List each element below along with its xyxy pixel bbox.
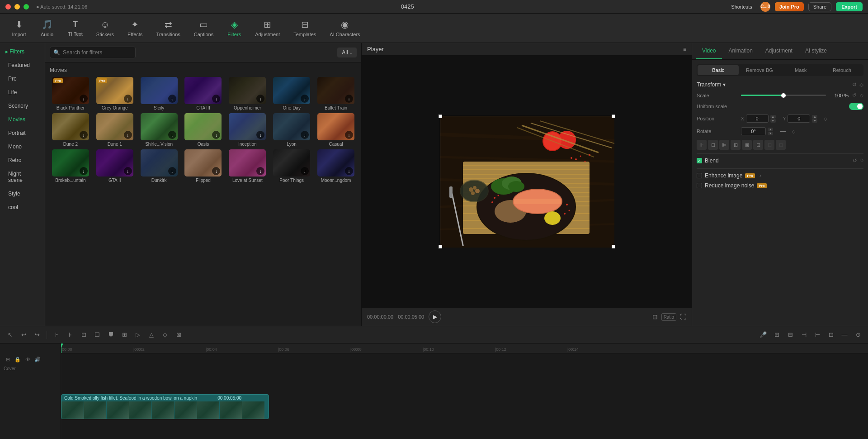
filter-item-dune-2[interactable]: ↓Dune 2 [50, 113, 91, 147]
filter-item-dunkirk[interactable]: ↓Dunkirk [138, 149, 180, 183]
track-lock-icon[interactable]: 🔒 [14, 355, 22, 363]
enhance-chevron[interactable]: › [760, 172, 761, 179]
tool-import[interactable]: ⬇ Import [5, 16, 33, 40]
track-eye-icon[interactable]: 👁 [24, 355, 32, 363]
download-icon[interactable]: ↓ [256, 131, 264, 139]
shape-btn[interactable]: ◇ [160, 329, 170, 340]
sidebar-item-night[interactable]: Night scene [2, 167, 43, 186]
tool-effects[interactable]: ✦ Effects [121, 16, 149, 40]
trim-btn[interactable]: ⊧ [65, 329, 75, 340]
tab-video[interactable]: Video [696, 43, 722, 59]
playhead[interactable] [61, 344, 61, 353]
y-spin-up[interactable]: ▲ [812, 115, 817, 119]
enhance-checkbox[interactable] [697, 173, 702, 178]
download-icon[interactable]: ↓ [124, 167, 132, 175]
download-icon[interactable]: ↓ [124, 131, 132, 139]
sidebar-item-featured[interactable]: Featured [2, 59, 43, 72]
x-spin-down[interactable]: ▼ [770, 119, 776, 123]
share-button[interactable]: Share [808, 2, 831, 11]
position-x-input[interactable] [746, 115, 769, 123]
close-btn[interactable] [5, 4, 11, 10]
transform-reset-icon[interactable]: ↺ [852, 81, 857, 88]
filter-item-shirle...vision[interactable]: ↓Shirle...Vision [138, 113, 180, 147]
scale-keyframe[interactable]: ◇ [860, 93, 863, 98]
all-filter-button[interactable]: All ↓ [337, 48, 357, 57]
player-menu-icon[interactable]: ≡ [683, 46, 686, 52]
tool-transitions[interactable]: ⇄ Transitions [150, 16, 186, 40]
tl-right-btn6[interactable]: — [839, 329, 850, 340]
join-pro-button[interactable]: Join Pro [775, 2, 804, 11]
annotation-btn[interactable]: △ [146, 329, 157, 340]
align-right-icon[interactable]: ⊫ [719, 140, 729, 150]
shield-btn[interactable]: ⛊ [105, 329, 116, 340]
tl-right-btn3[interactable]: ⊣ [798, 329, 809, 340]
x-spin-up[interactable]: ▲ [770, 115, 776, 119]
user-avatar[interactable]: C...0 [760, 2, 770, 12]
filter-item-oppenheimer[interactable]: ↓Oppenheimer [226, 77, 268, 110]
scale-slider[interactable] [741, 95, 826, 96]
download-icon[interactable]: ↓ [345, 167, 353, 175]
forward-btn[interactable]: ▷ [132, 329, 143, 340]
tl-settings-btn[interactable]: ⊙ [853, 329, 863, 340]
mic-btn[interactable]: 🎤 [758, 329, 769, 340]
sub-tab-remove-bg[interactable]: Remove BG [739, 65, 780, 75]
filter-item-flipped[interactable]: ↓Flipped [183, 149, 224, 183]
tool-templates[interactable]: ⊟ Templates [287, 16, 322, 40]
download-icon[interactable]: ↓ [301, 95, 309, 103]
transform-tl-btn[interactable]: ⊠ [173, 329, 184, 340]
download-icon[interactable]: ↓ [80, 95, 88, 103]
tool-text[interactable]: T TI Text [61, 17, 89, 39]
filter-item-brokeb...untain[interactable]: ↓Brokeb...untain [50, 149, 91, 183]
download-icon[interactable]: ↓ [345, 95, 353, 103]
download-icon[interactable]: ↓ [168, 131, 176, 139]
sidebar-item-cool[interactable]: cool [2, 201, 43, 214]
download-icon[interactable]: ↓ [256, 167, 264, 175]
filter-item-moonr...ngdom[interactable]: ↓Moonr...ngdom [315, 149, 357, 183]
fullscreen-icon[interactable]: ⛶ [680, 313, 686, 320]
transform-expand-icon[interactable]: ◇ [859, 81, 863, 88]
tl-right-btn1[interactable]: ⊞ [771, 329, 782, 340]
blend-reset[interactable]: ↺ [853, 157, 857, 164]
minimize-btn[interactable] [14, 4, 20, 10]
undo-btn[interactable]: ↩ [18, 329, 29, 340]
rotate-spin-up[interactable]: ▲ [768, 128, 773, 131]
align-left-icon[interactable]: ⊪ [697, 140, 707, 150]
sub-tab-retouch[interactable]: Retouch [821, 65, 863, 75]
y-spin-down[interactable]: ▼ [812, 119, 817, 123]
crop-tool[interactable]: ⊡ [78, 329, 89, 340]
blend-keyframe[interactable]: ◇ [860, 157, 863, 164]
sidebar-item-mono[interactable]: Mono [2, 140, 43, 153]
filter-item-bullet-train[interactable]: ↓Bullet Train [315, 77, 357, 110]
tool-stickers[interactable]: ☺ Stickers [90, 17, 120, 40]
tab-ai-stylize[interactable]: AI stylize [799, 43, 833, 59]
rotate-keyframe[interactable]: ◇ [792, 129, 796, 134]
delete-btn[interactable]: ☐ [92, 329, 103, 340]
select-tool[interactable]: ↖ [5, 329, 15, 340]
redo-btn[interactable]: ↪ [32, 329, 42, 340]
sub-tab-mask[interactable]: Mask [780, 65, 821, 75]
align-center-h-icon[interactable]: ⊟ [708, 140, 718, 150]
timeline-clip[interactable]: Cold Smoked olly fish fillet. Seafood in… [61, 394, 269, 419]
sidebar-item-movies[interactable]: Movies [2, 113, 43, 126]
download-icon[interactable]: ↓ [345, 131, 353, 139]
tl-right-btn4[interactable]: ⊢ [812, 329, 823, 340]
sidebar-item-pro[interactable]: Pro [2, 72, 43, 85]
sub-tab-basic[interactable]: Basic [698, 65, 739, 75]
ratio-btn[interactable]: Ratio [661, 313, 676, 321]
download-icon[interactable]: ↓ [168, 167, 176, 175]
download-icon[interactable]: ↓ [212, 95, 220, 103]
filter-item-black-panther[interactable]: Pro↓Black Panther [50, 77, 91, 110]
download-icon[interactable]: ↓ [256, 95, 264, 103]
align-bottom-icon[interactable]: ⊡ [753, 140, 763, 150]
filter-item-dune-1[interactable]: ↓Dune 1 [94, 113, 136, 147]
sidebar-item-style[interactable]: Style [2, 187, 43, 200]
tool-adjustment[interactable]: ⊞ Adjustment [249, 16, 286, 40]
play-button[interactable]: ▶ [429, 310, 441, 323]
maximize-btn[interactable] [24, 4, 29, 10]
tl-right-btn2[interactable]: ⊟ [785, 329, 796, 340]
track-add-icon[interactable]: ⊞ [4, 355, 12, 363]
rotate-input[interactable] [741, 127, 766, 135]
download-icon[interactable]: ↓ [212, 167, 220, 175]
tab-animation[interactable]: Animation [722, 43, 759, 59]
split-btn[interactable]: ⊦ [51, 329, 62, 340]
